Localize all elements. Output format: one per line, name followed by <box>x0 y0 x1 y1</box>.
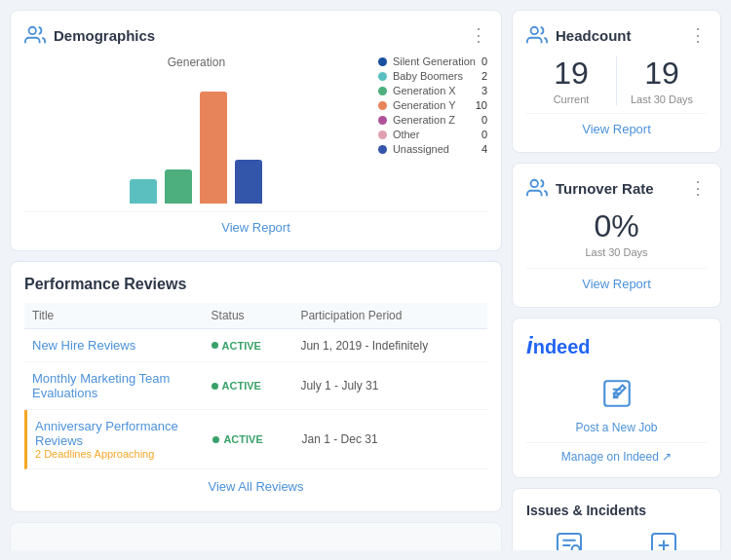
legend-item: Silent Generation 0 <box>378 56 487 67</box>
performance-reviews-card: Performance Reviews Title Status Partici… <box>10 261 502 512</box>
bar <box>165 169 192 204</box>
legend-dot <box>378 57 387 66</box>
legend-label: Generation X <box>393 85 476 96</box>
table-row: Anniversary Performance Reviews 2 Deadli… <box>24 410 487 469</box>
legend-value: 3 <box>481 85 487 96</box>
legend-label: Other <box>393 129 476 140</box>
row-title-link[interactable]: New Hire Reviews <box>32 338 135 353</box>
headcount-current-number: 19 <box>526 56 616 92</box>
headcount-last30-label: Last 30 Days <box>617 93 707 105</box>
warning-text: 2 Deadlines Approaching <box>35 448 212 460</box>
headcount-last30: 19 Last 30 Days <box>617 56 707 105</box>
svg-rect-4 <box>558 534 581 550</box>
row-title-link[interactable]: Anniversary Performance Reviews <box>35 419 178 448</box>
legend-item: Generation Y 10 <box>378 99 487 111</box>
demographics-menu[interactable]: ⋮ <box>470 26 487 44</box>
table-header: Title Status Participation Period <box>24 303 487 329</box>
status-badge: ACTIVE <box>212 340 301 352</box>
demographics-header: Demographics ⋮ <box>24 24 487 46</box>
row-title: Monthly Marketing Team Evaluations <box>32 371 212 400</box>
headcount-card: Headcount ⋮ 19 Current 19 Last 30 Days V… <box>512 10 721 153</box>
bottom-partial-card <box>10 522 502 550</box>
legend-label: Unassigned <box>393 143 476 155</box>
row-title-link[interactable]: Monthly Marketing Team Evaluations <box>32 371 170 400</box>
headcount-menu[interactable]: ⋮ <box>689 26 707 44</box>
row-title: Anniversary Performance Reviews 2 Deadli… <box>35 419 212 460</box>
turnover-menu[interactable]: ⋮ <box>689 179 707 197</box>
legend-value: 0 <box>481 56 487 67</box>
turnover-view-report[interactable]: View Report <box>526 268 707 293</box>
period-text: Jun 1, 2019 - Indefinitely <box>300 339 480 353</box>
legend-value: 4 <box>481 143 487 155</box>
turnover-card: Turnover Rate ⋮ 0% Last 30 Days View Rep… <box>512 163 721 308</box>
turnover-title: Turnover Rate <box>556 180 654 197</box>
bar <box>235 160 262 204</box>
demographics-chart-container: Generation Silent Generation 0 Baby Boom… <box>24 56 487 204</box>
legend-value: 0 <box>481 129 487 140</box>
turnover-value: 0% Last 30 Days <box>526 208 707 258</box>
issues-title: Issues & Incidents <box>526 503 707 518</box>
headcount-values: 19 Current 19 Last 30 Days <box>526 56 707 105</box>
svg-point-2 <box>531 180 538 187</box>
demographics-view-report[interactable]: View Report <box>24 211 487 237</box>
svg-point-0 <box>29 27 36 34</box>
headcount-current-label: Current <box>526 93 616 105</box>
legend-item: Generation Z 0 <box>378 114 487 126</box>
demographics-icon <box>24 24 46 46</box>
legend-label: Generation Z <box>393 114 476 126</box>
status-label: ACTIVE <box>223 433 262 445</box>
view-all-reviews[interactable]: View All Reviews <box>24 469 487 498</box>
status-label: ACTIVE <box>222 380 261 392</box>
demographics-title: Demographics <box>54 27 155 44</box>
status-dot <box>212 436 219 443</box>
post-job-icon <box>526 377 707 417</box>
legend-dot <box>378 87 387 95</box>
demographics-title-row: Demographics <box>24 24 155 46</box>
table-row: Monthly Marketing Team Evaluations ACTIV… <box>24 362 487 410</box>
legend-item: Unassigned 4 <box>378 143 487 155</box>
legend-dot <box>378 131 387 139</box>
legend-value: 10 <box>476 99 487 111</box>
turnover-title-row: Turnover Rate <box>526 177 654 199</box>
legend-dot <box>378 116 387 125</box>
submit-issue-item[interactable]: Submit an Issue <box>621 530 708 550</box>
review-issues-icon <box>554 530 585 550</box>
legend-item: Other 0 <box>378 129 487 140</box>
headcount-title: Headcount <box>556 27 632 44</box>
issues-card: Issues & Incidents Review Issues <box>512 488 721 550</box>
performance-reviews-title: Performance Reviews <box>24 276 487 293</box>
svg-point-1 <box>531 27 538 34</box>
turnover-header: Turnover Rate ⋮ <box>526 177 707 199</box>
performance-table-rows: New Hire Reviews ACTIVE Jun 1, 2019 - In… <box>24 329 487 469</box>
headcount-view-report[interactable]: View Report <box>526 113 707 138</box>
headcount-current: 19 Current <box>526 56 616 105</box>
col-status: Status <box>212 309 301 322</box>
legend-item: Baby Boomers 2 <box>378 70 487 82</box>
post-job-label[interactable]: Post a New Job <box>526 421 707 434</box>
demographics-card: Demographics ⋮ Generation Silent Generat… <box>10 10 502 251</box>
legend-label: Generation Y <box>393 99 470 111</box>
chart-title: Generation <box>168 56 225 69</box>
legend-dot <box>378 101 387 110</box>
manage-indeed-link[interactable]: Manage on Indeed ↗ <box>561 450 672 464</box>
bar-chart <box>120 77 272 204</box>
legend-value: 0 <box>481 114 487 126</box>
col-period: Participation Period <box>300 309 480 322</box>
issues-grid: Review Issues Submit an Issue <box>526 530 707 550</box>
headcount-icon <box>526 24 548 46</box>
legend-dot <box>378 72 387 81</box>
indeed-logo: indeed <box>526 332 591 359</box>
review-issues-item[interactable]: Review Issues <box>526 530 613 550</box>
legend-dot <box>378 145 387 154</box>
period-text: July 1 - July 31 <box>300 379 480 392</box>
legend-label: Silent Generation <box>393 56 476 67</box>
row-title: New Hire Reviews <box>32 338 212 353</box>
period-text: Jan 1 - Dec 31 <box>302 432 480 446</box>
submit-issue-icon <box>648 530 679 550</box>
bar <box>200 92 227 204</box>
status-dot <box>212 383 218 390</box>
turnover-icon <box>526 177 548 199</box>
headcount-header: Headcount ⋮ <box>526 24 707 46</box>
svg-point-5 <box>572 545 580 550</box>
legend-item: Generation X 3 <box>378 85 487 96</box>
